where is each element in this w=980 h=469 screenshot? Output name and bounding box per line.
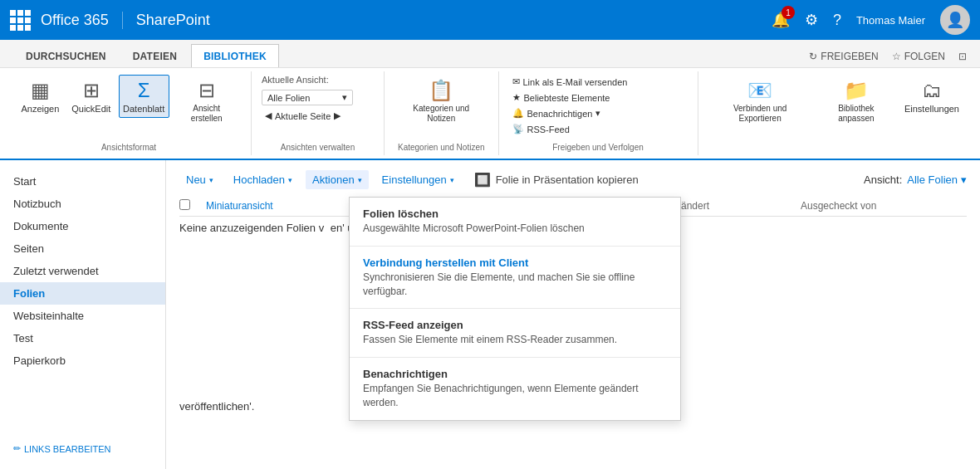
dropdown-item-benachrichtigen-title: Benachrichtigen — [363, 368, 667, 380]
aktionen-dropdown-menu: Folien löschen Ausgewählte Microsoft Pow… — [349, 197, 681, 421]
aktuelle-seite-btn[interactable]: ◀ Aktuelle Seite ▶ — [262, 109, 344, 123]
current-view-dropdown[interactable]: Alle Folien ▾ — [262, 90, 353, 105]
outlook-icon: 📧 — [747, 79, 772, 102]
dropdown-item-loeschen[interactable]: Folien löschen Ausgewählte Microsoft Pow… — [350, 198, 680, 247]
sidebar-item-test[interactable]: Test — [0, 327, 165, 349]
ribbon-group-ansichtsformat: ▦ Anzeigen ⊞ QuickEdit Σ Datenblatt ⊟ An… — [7, 71, 252, 155]
rss-btn[interactable]: 📡 RSS-Feed — [509, 122, 631, 136]
ansichten-label: Ansichten verwalten — [262, 139, 374, 152]
benachrichtigen-btn[interactable]: 🔔 Benachrichtigen ▾ — [509, 106, 631, 120]
dropdown-item-verbindung[interactable]: Verbindung herstellen mit Client Synchro… — [350, 247, 680, 310]
suite-name[interactable]: SharePoint — [136, 12, 210, 29]
dropdown-item-loeschen-desc: Ausgewählte Microsoft PowerPoint-Folien … — [363, 222, 667, 236]
dropdown-item-benachrichtigen[interactable]: Benachrichtigen Empfangen Sie Benachrich… — [350, 358, 680, 420]
tab-durchsuchen[interactable]: DURCHSUCHEN — [13, 44, 119, 67]
einstellungen-icon: 🗂 — [922, 79, 942, 102]
aktionen-btn[interactable]: Aktionen ▾ — [306, 170, 369, 189]
top-bar-right: 🔔 1 ⚙ ? Thomas Maier 👤 — [772, 5, 970, 35]
benachrichtigen-caret: ▾ — [595, 108, 600, 119]
sidebar-item-papierkorb[interactable]: Papierkorb — [0, 349, 165, 372]
waffle-icon[interactable] — [10, 10, 31, 31]
links-bearbeiten-btn[interactable]: ✏ LINKS BEARBEITEN — [0, 438, 165, 459]
dropdown-item-rss[interactable]: RSS-Feed anzeigen Fassen Sie Elemente mi… — [350, 309, 680, 358]
anzeigen-btn[interactable]: ▦ Anzeigen — [17, 75, 64, 118]
sidebar-item-websiteinhalte[interactable]: Websiteinhalte — [0, 305, 165, 327]
ribbon-tab-right: ↻ FREIGEBEN ☆ FOLGEN ⊡ — [809, 51, 967, 67]
tab-dateien[interactable]: DATEIEN — [120, 44, 189, 67]
folgen-btn[interactable]: ☆ FOLGEN — [892, 51, 945, 62]
bibliothek-btn[interactable]: 📁 Bibliothek anpassen — [816, 75, 897, 128]
ansicht-dropdown[interactable]: Alle Folien ▾ — [907, 173, 967, 186]
verbinden-btn[interactable]: 📧 Verbinden und Exportieren — [708, 75, 812, 128]
folie-btn[interactable]: 🔲 Folie in Präsentation kopieren — [474, 172, 639, 188]
neu-btn[interactable]: Neu ▾ — [179, 170, 220, 189]
email-icon: ✉ — [512, 76, 520, 87]
notification-badge: 1 — [782, 6, 795, 19]
ribbon-group-kategorien: 📋 Kategorien und Notizen Kategorien und … — [385, 71, 499, 155]
datenblatt-btn[interactable]: Σ Datenblatt — [119, 75, 169, 118]
dropdown-caret: ▾ — [342, 92, 347, 103]
app-name[interactable]: Office 365 — [41, 12, 123, 29]
sidebar-item-dokumente[interactable]: Dokumente — [0, 215, 165, 237]
expand-icon[interactable]: ⊡ — [958, 51, 967, 62]
einstellungen-content-btn[interactable]: Einstellungen ▾ — [375, 170, 461, 189]
content-area: Neu ▾ Hochladen ▾ Aktionen ▾ Einstellung… — [166, 160, 980, 469]
sidebar: Start Notizbuch Dokumente Seiten Zuletzt… — [0, 160, 166, 469]
ansichtsformat-label: Ansichtsformat — [17, 139, 241, 152]
dropdown-item-rss-title: RSS-Feed anzeigen — [363, 319, 667, 331]
main-layout: Start Notizbuch Dokumente Seiten Zuletzt… — [0, 160, 980, 469]
ribbon: ▦ Anzeigen ⊞ QuickEdit Σ Datenblatt ⊟ An… — [0, 68, 980, 160]
help-icon[interactable]: ? — [833, 12, 841, 29]
quickedit-btn[interactable]: ⊞ QuickEdit — [67, 75, 115, 118]
notification-icon[interactable]: 🔔 1 — [772, 11, 790, 29]
select-all-checkbox[interactable] — [179, 199, 190, 210]
freigeben-items: ✉ Link als E-Mail versenden ★ Beliebtest… — [509, 75, 631, 136]
content-toolbar: Neu ▾ Hochladen ▾ Aktionen ▾ Einstellung… — [179, 170, 967, 189]
beliebte-btn[interactable]: ★ Beliebteste Elemente — [509, 90, 631, 105]
right-arrow-icon: ▶ — [334, 110, 341, 121]
kategorien-btn[interactable]: 📋 Kategorien und Notizen — [394, 75, 488, 128]
avatar[interactable]: 👤 — [940, 5, 970, 35]
ribbon-tabs: DURCHSUCHEN DATEIEN BIBLIOTHEK ↻ FREIGEB… — [0, 40, 980, 68]
kategorien-icon: 📋 — [429, 79, 453, 102]
dropdown-item-rss-desc: Fassen Sie Elemente mit einem RSS-Reader… — [363, 333, 667, 347]
quickedit-icon: ⊞ — [83, 79, 100, 102]
hochladen-btn[interactable]: Hochladen ▾ — [227, 170, 299, 189]
ansicht-erstellen-icon: ⊟ — [198, 79, 215, 102]
ribbon-group-freigeben: ✉ Link als E-Mail versenden ★ Beliebtest… — [499, 71, 698, 155]
tab-bibliothek[interactable]: BIBLIOTHEK — [191, 44, 279, 67]
col-ausgecheckt: Ausgecheckt von — [801, 200, 967, 212]
ribbon-group-verbinden: 📧 Verbinden und Exportieren 📁 Bibliothek… — [698, 71, 974, 155]
sidebar-item-zuletzt[interactable]: Zuletzt verwendet — [0, 260, 165, 282]
ansicht-right: Ansicht: Alle Folien ▾ — [864, 173, 967, 186]
star-filled-icon: ★ — [512, 92, 521, 103]
aktionen-caret: ▾ — [358, 176, 362, 184]
ribbon-items-ansicht: ▦ Anzeigen ⊞ QuickEdit Σ Datenblatt ⊟ An… — [17, 75, 241, 128]
dropdown-item-verbindung-title: Verbindung herstellen mit Client — [363, 256, 667, 269]
sidebar-item-notizbuch[interactable]: Notizbuch — [0, 193, 165, 215]
sidebar-item-start[interactable]: Start — [0, 170, 165, 193]
datenblatt-icon: Σ — [138, 79, 150, 102]
einstellungen-ribbon-btn[interactable]: 🗂 Einstellungen — [900, 75, 963, 118]
sidebar-bottom: ✏ LINKS BEARBEITEN — [0, 372, 165, 459]
sidebar-item-folien[interactable]: Folien — [0, 282, 165, 305]
ansicht-erstellen-btn[interactable]: ⊟ Ansicht erstellen — [173, 75, 241, 128]
einstellungen-caret: ▾ — [450, 176, 454, 184]
freigeben-label: Freigeben und Verfolgen — [509, 139, 688, 152]
col-geaendert: Geändert — [668, 200, 801, 212]
ribbon-group-ansichten: Aktuelle Ansicht: Alle Folien ▾ ◀ Aktuel… — [252, 71, 385, 155]
refresh-icon: ↻ — [809, 51, 817, 62]
neu-caret: ▾ — [209, 176, 213, 184]
freigeben-btn[interactable]: ↻ FREIGEBEN — [809, 51, 878, 62]
hochladen-caret: ▾ — [288, 176, 292, 184]
ansicht-caret: ▾ — [961, 173, 967, 186]
user-name[interactable]: Thomas Maier — [856, 14, 925, 27]
sidebar-item-seiten[interactable]: Seiten — [0, 237, 165, 260]
anzeigen-icon: ▦ — [31, 79, 50, 102]
link-email-btn[interactable]: ✉ Link als E-Mail versenden — [509, 75, 631, 89]
settings-icon[interactable]: ⚙ — [805, 11, 818, 29]
kategorien-label: Kategorien und Notizen — [394, 139, 488, 152]
pencil-icon: ✏ — [13, 443, 21, 454]
rss-icon: 📡 — [512, 124, 524, 134]
current-view-label: Aktuelle Ansicht: — [262, 75, 329, 85]
